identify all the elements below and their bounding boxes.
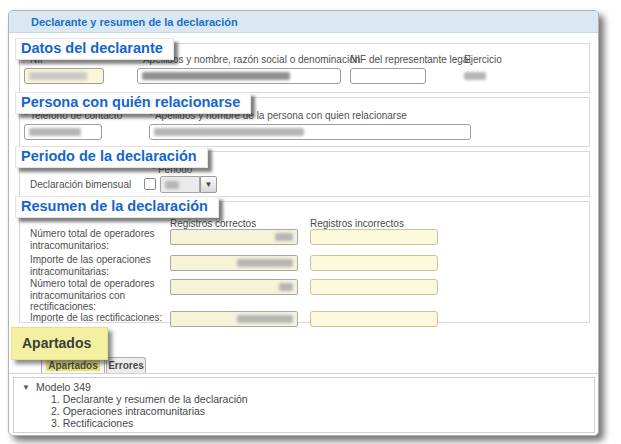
- persona-apellidos-input[interactable]: [149, 124, 471, 140]
- redacted-value: [237, 315, 293, 323]
- panel-title: Declarante y resumen de la declaración: [9, 11, 598, 33]
- col-registros-incorrectos: Registros incorrectos: [310, 218, 404, 229]
- periodo-redacted-value: [165, 181, 179, 189]
- section-resumen: Registros correctos Registros incorrecto…: [19, 201, 590, 323]
- bimensual-checkbox[interactable]: [144, 178, 156, 190]
- tab-errores[interactable]: Errores: [106, 357, 146, 373]
- ejercicio-redacted-value: [464, 72, 486, 80]
- screenshot-stage: Declarante y resumen de la declaración D…: [0, 0, 621, 444]
- nif-input[interactable]: [24, 68, 104, 84]
- dropdown-arrow-icon: ▼: [205, 180, 213, 189]
- redacted-value: [237, 259, 293, 267]
- ejercicio-label: Ejercicio: [464, 54, 502, 65]
- redacted-value: [275, 233, 293, 241]
- resumen-row-label: Número total de operadores intracomunita…: [30, 228, 168, 251]
- resumen-r3-incorrectos-input[interactable]: [310, 279, 438, 295]
- resumen-r2-incorrectos-input[interactable]: [310, 255, 438, 271]
- tree-collapse-icon[interactable]: ▼: [22, 383, 30, 392]
- resumen-row-label: Número total de operadores intracomunita…: [30, 278, 168, 313]
- resumen-row-label: Importe de las rectificaciones:: [30, 312, 168, 324]
- col-registros-correctos: Registros correctos: [170, 218, 256, 229]
- periodo-select-value[interactable]: [160, 176, 200, 193]
- telefono-redacted-value: [29, 128, 81, 136]
- resumen-r1-incorrectos-input[interactable]: [310, 229, 438, 245]
- representante-label: NIF del representante legal: [350, 54, 471, 65]
- callout-periodo: Periodo de la declaración: [15, 146, 208, 168]
- tab-errores-label: Errores: [108, 360, 144, 371]
- persona-apellidos-redacted-value: [154, 128, 304, 136]
- callout-apartados: Apartados: [11, 327, 108, 360]
- resumen-row-label: Importe de las operaciones intracomunita…: [30, 254, 168, 277]
- resumen-r2-correctos-input[interactable]: [170, 255, 298, 271]
- tree-root-modelo-349[interactable]: Modelo 349: [36, 381, 91, 393]
- resumen-r4-incorrectos-input[interactable]: [310, 311, 438, 327]
- tree-item-operaciones[interactable]: 2. Operaciones intracomunitarias: [51, 405, 205, 417]
- tree-item-rectificaciones[interactable]: 3. Rectificaciones: [51, 417, 133, 429]
- apartados-tree-panel: ▼ Modelo 349 1. Declarante y resumen de …: [13, 377, 595, 433]
- apellidos-input[interactable]: [137, 68, 341, 84]
- callout-persona: Persona con quién relacionarse: [15, 92, 251, 114]
- bimensual-label: Declaración bimensual: [30, 179, 131, 190]
- tab-apartados-label: Apartados: [46, 360, 99, 371]
- callout-resumen: Resumen de la declaración: [15, 196, 219, 218]
- telefono-input[interactable]: [24, 124, 102, 140]
- callout-datos-declarante: Datos del declarante: [15, 38, 174, 60]
- resumen-r3-correctos-input[interactable]: [170, 279, 298, 295]
- form-panel: Declarante y resumen de la declaración D…: [8, 10, 599, 436]
- representante-input[interactable]: [350, 68, 426, 84]
- tree-item-declarante[interactable]: 1. Declarante y resumen de la declaració…: [51, 393, 248, 405]
- resumen-r4-correctos-input[interactable]: [170, 311, 298, 327]
- nif-redacted-value: [29, 72, 87, 80]
- redacted-value: [279, 283, 293, 291]
- apellidos-redacted-value: [142, 72, 290, 80]
- periodo-select-button[interactable]: ▼: [200, 176, 217, 193]
- resumen-r1-correctos-input[interactable]: [170, 229, 298, 245]
